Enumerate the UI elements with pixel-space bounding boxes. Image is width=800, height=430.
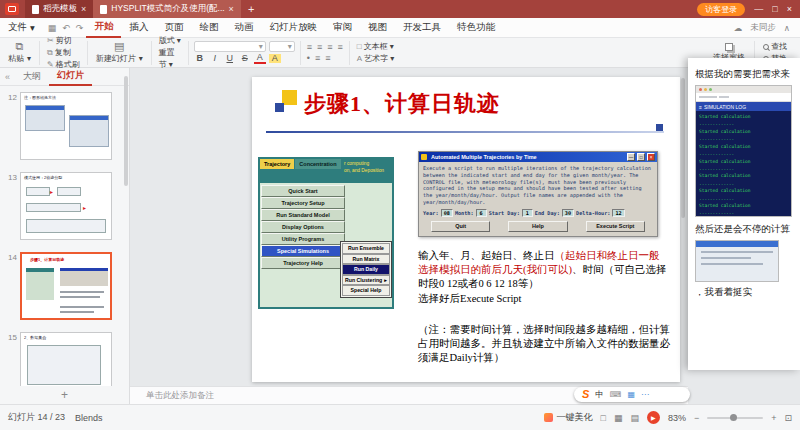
tab-outline[interactable]: 大纲 (15, 68, 49, 86)
ime-toolbar[interactable]: S 中 ⌨ ▦ ⋯ (574, 387, 690, 402)
chat-image-simulation-log[interactable]: ≡ SIMULATION LOG Started calculation ...… (695, 85, 792, 217)
add-slide-button[interactable]: + (0, 386, 129, 404)
thumb-graphic (26, 203, 81, 212)
wordart-button[interactable]: A艺术字▾ (355, 53, 396, 64)
menu-tab-features[interactable]: 特色功能 (449, 18, 503, 38)
menu-tab-draw[interactable]: 绘图 (191, 18, 226, 38)
hysplit-button-special-simulations: Special Simulations (261, 245, 345, 257)
bold-button[interactable]: B (194, 53, 206, 63)
ime-language-mode[interactable]: 中 (595, 389, 604, 401)
close-window-button[interactable]: × (787, 4, 792, 14)
zoom-level[interactable]: 83% (668, 413, 686, 423)
bullet-list-icon[interactable]: • (306, 53, 311, 63)
thumbnail-preview[interactable]: 模式使用：2轨迹分型 ▸ ▸ (20, 172, 112, 240)
find-button[interactable]: 查找 (761, 41, 789, 52)
thumb-graphic (60, 306, 104, 308)
thumbnail-preview[interactable]: 步骤1、计算日轨迹 (20, 252, 112, 320)
menu-tab-insert[interactable]: 插入 (121, 18, 156, 38)
thumb-graphic (26, 219, 106, 233)
chat-image-thumbnail[interactable] (695, 240, 779, 282)
thumbnail-preview[interactable]: 2、数据集合 (20, 332, 112, 386)
menu-tab-devtools[interactable]: 开发工具 (395, 18, 449, 38)
fit-to-window-icon[interactable]: ⊡ (784, 413, 792, 423)
menu-tab-review[interactable]: 审阅 (325, 18, 360, 38)
keyboard-icon[interactable]: ⌨ (610, 390, 622, 399)
document-tab-active[interactable]: HYSPLIT模式简介及使用(配... × (93, 0, 241, 18)
strikethrough-button[interactable]: S (239, 53, 251, 63)
reading-view-icon[interactable]: ▤ (630, 413, 639, 423)
slide-thumbnail-14-selected[interactable]: 14 步骤1、计算日轨迹 (4, 252, 121, 320)
slide-sorter-icon[interactable]: ▦ (614, 413, 623, 423)
save-icon[interactable]: ▦ (45, 23, 60, 33)
collapse-ribbon-icon[interactable]: ∧ (784, 23, 790, 33)
play-slideshow-button[interactable]: ▶ (647, 411, 660, 424)
numbered-list-icon[interactable]: ≡ (314, 53, 321, 63)
wps-presentation-window: 稻壳模板 × HYSPLIT模式简介及使用(配... × + 访客登录 — □ … (0, 0, 800, 430)
menu-tab-animation[interactable]: 动画 (226, 18, 261, 38)
document-tab-docer[interactable]: 稻壳模板 × (25, 0, 93, 18)
italic-button[interactable]: I (209, 53, 221, 63)
reset-button[interactable]: 重置 (157, 47, 183, 58)
thumbnail-preview[interactable]: 注：图形转换方法 (20, 92, 112, 160)
align-left-icon[interactable]: ≡ (306, 42, 313, 52)
login-button[interactable]: 访客登录 (697, 3, 745, 16)
zoom-out-icon[interactable]: − (694, 413, 699, 423)
thumb-graphic (26, 268, 54, 300)
canvas-scrollbar[interactable] (681, 78, 685, 218)
paste-button[interactable]: ⧉ 粘贴▾ (5, 41, 34, 64)
theme-name[interactable]: Blends (75, 413, 103, 423)
sync-status[interactable]: 未同步 (750, 22, 776, 34)
slide-title[interactable]: 步骤1、计算日轨迹 (304, 89, 500, 119)
new-tab-button[interactable]: + (248, 3, 254, 15)
slide-note-text[interactable]: （注：需要时间计算，选择时间段越多越精细，但计算占用时间越多。并且轨迹建立中所输… (418, 323, 670, 366)
textbox-button[interactable]: □文本框▾ (355, 41, 396, 52)
close-tab-icon[interactable]: × (229, 4, 234, 14)
submenu-item: Run Matrix (342, 254, 390, 265)
chat-window[interactable]: 根据我的需要把需求来 ≡ SIMULATION LOG Started calc… (688, 58, 800, 370)
slide-body-text[interactable]: 输入年、月、起始日、终止日（起始日和终止日一般选择模拟日的前后几天(我们可以)、… (418, 249, 668, 306)
sidebar-scrollbar[interactable] (124, 76, 128, 186)
highlight-button[interactable]: A (269, 54, 281, 64)
zoom-slider-thumb[interactable] (730, 414, 737, 421)
close-tab-icon[interactable]: × (81, 4, 86, 14)
cut-button[interactable]: ✂剪切 (45, 35, 82, 46)
window-dot (704, 88, 707, 91)
wps-logo-icon[interactable] (5, 3, 19, 15)
menu-tab-view[interactable]: 视图 (360, 18, 395, 38)
more-options-icon[interactable]: ⋯ (641, 390, 649, 399)
line-spacing-icon[interactable]: ≡ (324, 53, 331, 63)
font-family-select[interactable]: ▾ (194, 41, 266, 52)
menu-tab-home[interactable]: 开始 (86, 18, 121, 38)
ime-logo[interactable]: S (582, 389, 589, 400)
slide-thumbnail-12[interactable]: 12 注：图形转换方法 (4, 92, 121, 160)
normal-view-icon[interactable]: □ (600, 413, 605, 423)
slide-thumbnail-15[interactable]: 15 2、数据集合 (4, 332, 121, 386)
new-slide-button[interactable]: ▤ 新建幻灯片▾ (93, 41, 146, 64)
toolbox-icon[interactable]: ▦ (627, 390, 635, 399)
undo-icon[interactable]: ↶ (59, 23, 73, 33)
slide-thumbnail-13[interactable]: 13 模式使用：2轨迹分型 ▸ ▸ (4, 172, 121, 240)
align-right-icon[interactable]: ≡ (326, 42, 333, 52)
slide-canvas[interactable]: 步骤1、计算日轨迹 Trajectory Concentration r com… (252, 77, 680, 382)
minimize-button[interactable]: — (754, 4, 763, 14)
underline-button[interactable]: U (224, 53, 236, 63)
copy-button[interactable]: ⧉复制 (45, 47, 82, 58)
chevron-down-icon: ▾ (177, 36, 181, 45)
menu-tab-slideshow[interactable]: 幻灯片放映 (261, 18, 325, 38)
file-menu[interactable]: 文件▾ (0, 21, 45, 34)
window-dot (709, 88, 712, 91)
zoom-slider[interactable] (707, 417, 763, 419)
redo-icon[interactable]: ↷ (73, 23, 87, 33)
submenu-item: Run Ensemble (342, 243, 390, 254)
zoom-in-icon[interactable]: + (771, 413, 776, 423)
font-size-select[interactable]: ▾ (269, 41, 295, 52)
hysplit-button: Run Standard Model (261, 209, 345, 221)
justify-icon[interactable]: ≡ (337, 42, 344, 52)
collapse-panel-icon[interactable]: « (0, 72, 15, 82)
maximize-button[interactable]: □ (772, 4, 777, 14)
tab-slides[interactable]: 幻灯片 (49, 68, 92, 86)
beautify-button[interactable]: 一键美化 (544, 411, 592, 424)
font-color-button[interactable]: A (254, 53, 266, 65)
align-center-icon[interactable]: ≡ (316, 42, 323, 52)
layout-button[interactable]: 版式▾ (157, 35, 183, 46)
